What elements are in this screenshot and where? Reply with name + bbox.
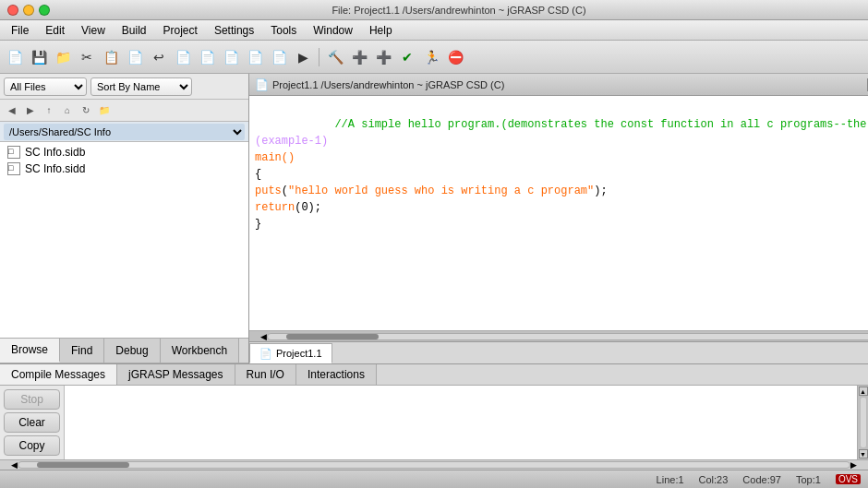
nav-up-button[interactable]: ↑ [41, 102, 57, 119]
tb-compile-button[interactable]: 🔨 [324, 46, 346, 68]
app-window: File: Project1.1 /Users/andrewhinton ~ j… [0, 0, 868, 488]
bottom-scroll-track[interactable] [860, 397, 867, 448]
bottom-content: Stop Clear Copy ▲ ▼ [0, 386, 868, 459]
file-list: □ SC Info.sidb □ SC Info.sidd [0, 142, 248, 338]
tab-find[interactable]: Find [60, 339, 104, 363]
tb-run-button[interactable]: ▶ [292, 46, 314, 68]
menu-view[interactable]: View [74, 22, 113, 39]
menu-bar: File Edit View Build Project Settings To… [0, 20, 868, 41]
tab-browse[interactable]: Browse [0, 339, 60, 363]
bottom-hscroll-track[interactable] [18, 461, 850, 469]
stop-button[interactable]: Stop [4, 389, 60, 410]
toolbar-separator [319, 48, 319, 66]
editor-title-text: Project1.1 /Users/andrewhinton ~ jGRASP … [272, 79, 863, 90]
tab-workbench[interactable]: Workbench [161, 339, 239, 363]
right-panel: 📄 Project1.1 /Users/andrewhinton ~ jGRAS… [249, 74, 868, 363]
tab-compile-messages[interactable]: Compile Messages [0, 364, 117, 385]
tb-copy-button[interactable]: 📋 [100, 46, 122, 68]
tb-paste-button[interactable]: 📄 [124, 46, 146, 68]
window-controls [7, 5, 50, 16]
list-item[interactable]: □ SC Info.sidb [0, 144, 248, 161]
code-content[interactable]: //A simple hello program.(demonstrates t… [249, 96, 868, 330]
editor-title-bar: 📄 Project1.1 /Users/andrewhinton ~ jGRAS… [249, 74, 868, 96]
menu-edit[interactable]: Edit [38, 22, 72, 39]
bottom-hscroll-right[interactable]: ▶ [850, 460, 857, 470]
close-button[interactable] [7, 5, 18, 16]
tb-btn1[interactable]: 📄 [172, 46, 194, 68]
menu-help[interactable]: Help [362, 22, 400, 39]
title-bar: File: Project1.1 /Users/andrewhinton ~ j… [0, 0, 868, 20]
nav-forward-button[interactable]: ▶ [22, 102, 39, 119]
clear-button[interactable]: Clear [4, 412, 60, 433]
status-top: Top:1 [796, 474, 821, 485]
hscroll-thumb[interactable] [286, 334, 379, 339]
file-icon-1: □ [7, 146, 20, 159]
content-area: All Files Sort By Name ◀ ▶ ↑ ⌂ ↻ 📁 /User… [0, 74, 868, 363]
bottom-scrollbar-vertical[interactable]: ▲ ▼ [857, 386, 868, 459]
nav-refresh-button[interactable]: ↻ [78, 102, 94, 119]
copy-button[interactable]: Copy [4, 435, 60, 456]
tb-undo-button[interactable]: ↩ [148, 46, 170, 68]
tb-new-button[interactable]: 📄 [4, 46, 26, 68]
status-col: Col:23 [699, 474, 729, 485]
hscroll-track[interactable] [267, 333, 868, 340]
nav-folder-button[interactable]: 📁 [96, 102, 113, 119]
nav-back-button[interactable]: ◀ [4, 102, 20, 119]
maximize-button[interactable] [39, 5, 50, 16]
menu-settings[interactable]: Settings [207, 22, 261, 39]
list-item[interactable]: □ SC Info.sidd [0, 161, 248, 177]
tab-jgrasp-messages[interactable]: jGRASP Messages [117, 364, 235, 385]
path-select[interactable]: /Users/Shared/SC Info [4, 124, 245, 140]
window-title: File: Project1.1 /Users/andrewhinton ~ j… [57, 5, 861, 16]
editor-scrollbar-horizontal[interactable]: ◀ ▶ [249, 330, 868, 341]
tb-save-button[interactable]: 💾 [28, 46, 50, 68]
tb-check-button[interactable]: ✔ [396, 46, 418, 68]
file-nav-bar: ◀ ▶ ↑ ⌂ ↻ 📁 [0, 100, 248, 122]
bottom-panel: Compile Messages jGRASP Messages Run I/O… [0, 363, 868, 470]
menu-tools[interactable]: Tools [263, 22, 304, 39]
tb-btn3[interactable]: 📄 [220, 46, 242, 68]
status-bar: Line:1 Col:23 Code:97 Top:1 OVS [0, 470, 868, 488]
output-area[interactable] [65, 386, 857, 459]
tb-btn4[interactable]: 📄 [244, 46, 266, 68]
menu-project[interactable]: Project [156, 22, 205, 39]
file-name-1: SC Info.sidb [25, 146, 85, 159]
status-code: Code:97 [742, 474, 781, 485]
menu-build[interactable]: Build [115, 22, 154, 39]
tb-cut-button[interactable]: ✂ [76, 46, 98, 68]
tab-debug[interactable]: Debug [104, 339, 160, 363]
file-icon-2: □ [7, 162, 20, 175]
menu-window[interactable]: Window [306, 22, 360, 39]
tb-debug-button[interactable]: 🏃 [420, 46, 442, 68]
bottom-tabs: Compile Messages jGRASP Messages Run I/O… [0, 364, 868, 386]
file-name-2: SC Info.sidd [25, 162, 85, 175]
menu-file[interactable]: File [4, 22, 36, 39]
hscroll-left-arrow[interactable]: ◀ [260, 332, 267, 341]
tb-add1-button[interactable]: ➕ [348, 46, 370, 68]
editor-tab-icon: 📄 [259, 348, 272, 360]
bottom-buttons: Stop Clear Copy [0, 386, 65, 459]
tb-btn5[interactable]: 📄 [268, 46, 290, 68]
minimize-button[interactable] [23, 5, 34, 16]
tb-add2-button[interactable]: ➕ [372, 46, 394, 68]
sort-select[interactable]: Sort By Name [90, 77, 192, 96]
editor-tab-project[interactable]: 📄 Project1.1 [249, 343, 332, 363]
tb-open-button[interactable]: 📁 [52, 46, 74, 68]
bottom-hscroll-left[interactable]: ◀ [11, 460, 18, 470]
nav-home-button[interactable]: ⌂ [59, 102, 76, 119]
editor-area[interactable]: //A simple hello program.(demonstrates t… [249, 96, 868, 330]
bottom-scrollbar-horizontal[interactable]: ◀ ▶ [0, 459, 868, 470]
tb-btn2[interactable]: 📄 [196, 46, 218, 68]
bottom-scroll-down[interactable]: ▼ [859, 449, 868, 458]
left-tabs: Browse Find Debug Workbench [0, 338, 248, 363]
bottom-hscroll-thumb[interactable] [37, 462, 129, 468]
file-filter-bar: All Files Sort By Name [0, 74, 248, 100]
bottom-scroll-up[interactable]: ▲ [859, 387, 868, 396]
file-filter-select[interactable]: All Files [4, 77, 87, 96]
tab-interactions[interactable]: Interactions [296, 364, 377, 385]
editor-tabs: 📄 Project1.1 [249, 341, 868, 363]
tb-stop-button[interactable]: ⛔ [444, 46, 466, 68]
tab-run-io[interactable]: Run I/O [235, 364, 296, 385]
editor-file-icon: 📄 [255, 78, 269, 91]
editor-tab-label: Project1.1 [276, 348, 322, 359]
